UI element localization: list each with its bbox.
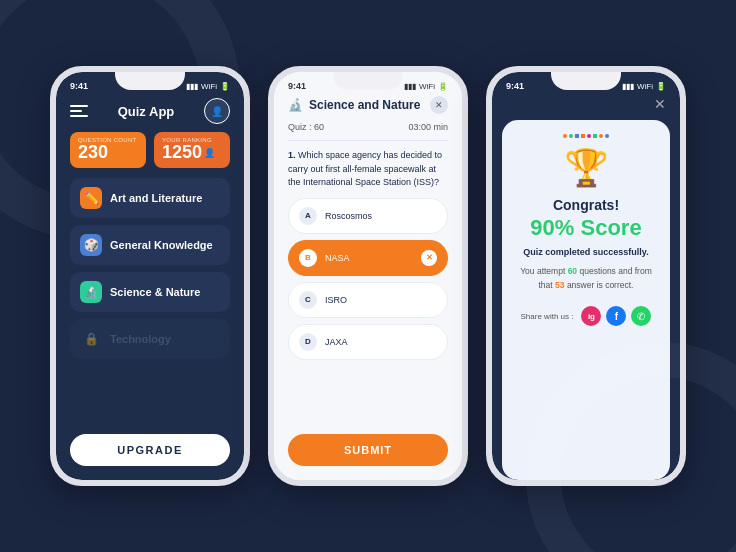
- category-art[interactable]: ✏️ Art and Literature: [70, 178, 230, 218]
- option-c[interactable]: C ISRO: [288, 282, 448, 318]
- avatar[interactable]: 👤: [204, 98, 230, 124]
- share-row: Share with us : ig f ✆: [521, 306, 652, 326]
- option-d-label: JAXA: [325, 337, 437, 347]
- facebook-share-button[interactable]: f: [606, 306, 626, 326]
- battery-icon-2: 🔋: [438, 82, 448, 91]
- option-d-badge: D: [299, 333, 317, 351]
- whatsapp-share-button[interactable]: ✆: [631, 306, 651, 326]
- result-questions: 60: [568, 266, 577, 276]
- gk-icon: 🎲: [80, 234, 102, 256]
- battery-icon-3: 🔋: [656, 82, 666, 91]
- quiz-divider: [288, 140, 448, 141]
- question-count-label: Question Count: [78, 137, 138, 143]
- option-b-badge: B: [299, 249, 317, 267]
- status-icons-1: ▮▮▮ WiFi 🔋: [186, 82, 230, 91]
- battery-icon: 🔋: [220, 82, 230, 91]
- quiz-complete-label: Quiz completed successfully.: [523, 247, 648, 257]
- ranking-label: Your Ranking: [162, 137, 222, 143]
- quiz-meta: Quiz : 60 03:00 min: [274, 122, 462, 140]
- share-icons: ig f ✆: [581, 306, 651, 326]
- category-list: ✏️ Art and Literature 🎲 General Knowledg…: [56, 178, 244, 424]
- score-label: 90% Score: [530, 215, 641, 241]
- wifi-icon-3: WiFi: [637, 82, 653, 91]
- question-count-card: Question Count 230: [70, 132, 146, 168]
- status-time-3: 9:41: [506, 81, 524, 91]
- sci-label: Science & Nature: [110, 286, 200, 298]
- tech-icon: 🔒: [80, 328, 102, 350]
- sci-icon: 🔬: [80, 281, 102, 303]
- option-b[interactable]: B NASA ✕: [288, 240, 448, 276]
- wifi-icon: WiFi: [201, 82, 217, 91]
- art-icon: ✏️: [80, 187, 102, 209]
- upgrade-button[interactable]: UPGRADE: [70, 434, 230, 466]
- result-answers: 53: [555, 280, 564, 290]
- category-science[interactable]: 🔬 Science & Nature: [70, 272, 230, 312]
- option-a-label: Roscosmos: [325, 211, 437, 221]
- option-wrong-icon: ✕: [421, 250, 437, 266]
- trophy-area: 🏆: [551, 134, 621, 189]
- art-label: Art and Literature: [110, 192, 202, 204]
- option-b-label: NASA: [325, 253, 413, 263]
- notch-3: [551, 72, 621, 90]
- phone1-header: Quiz App 👤: [56, 94, 244, 132]
- ranking-person-icon: 👤: [204, 148, 215, 158]
- status-icons-3: ▮▮▮ WiFi 🔋: [622, 82, 666, 91]
- option-c-badge: C: [299, 291, 317, 309]
- result-suffix: answer is correct.: [565, 280, 634, 290]
- signal-icon-2: ▮▮▮: [404, 82, 416, 91]
- question-count-value: 230: [78, 143, 138, 163]
- phone-1: 9:41 ▮▮▮ WiFi 🔋 Quiz App 👤 Question Coun…: [50, 66, 250, 486]
- instagram-share-button[interactable]: ig: [581, 306, 601, 326]
- result-card: 🏆 Congrats! 90% Score Quiz completed suc…: [502, 120, 670, 480]
- share-label: Share with us :: [521, 312, 574, 321]
- submit-button[interactable]: SUBMIT: [288, 434, 448, 466]
- app-title: Quiz App: [118, 104, 175, 119]
- option-c-label: ISRO: [325, 295, 437, 305]
- result-close-button[interactable]: ✕: [654, 96, 666, 112]
- wifi-icon-2: WiFi: [419, 82, 435, 91]
- question-number: 1.: [288, 150, 296, 160]
- trophy-icon: 🏆: [564, 147, 609, 189]
- option-d[interactable]: D JAXA: [288, 324, 448, 360]
- category-gk[interactable]: 🎲 General Knowledge: [70, 225, 230, 265]
- option-a-badge: A: [299, 207, 317, 225]
- question-text: 1. Which space agency has decided to car…: [274, 149, 462, 198]
- phone3-header: ✕: [492, 94, 680, 120]
- result-prefix: You attempt: [520, 266, 567, 276]
- phone2-header: 🔬 Science and Nature ✕: [274, 94, 462, 122]
- close-quiz-button[interactable]: ✕: [430, 96, 448, 114]
- phone2-title-row: 🔬 Science and Nature: [288, 98, 420, 112]
- phone-2: 9:41 ▮▮▮ WiFi 🔋 🔬 Science and Nature ✕ Q…: [268, 66, 468, 486]
- notch-2: [333, 72, 403, 90]
- hamburger-menu-icon[interactable]: [70, 105, 88, 117]
- result-detail: You attempt 60 questions and from that 5…: [516, 265, 656, 292]
- status-icons-2: ▮▮▮ WiFi 🔋: [404, 82, 448, 91]
- confetti-decoration: [551, 134, 621, 138]
- quiz-timer: 03:00 min: [408, 122, 448, 132]
- status-time-2: 9:41: [288, 81, 306, 91]
- status-time-1: 9:41: [70, 81, 88, 91]
- question-body: Which space agency has decided to carry …: [288, 150, 442, 187]
- signal-icon: ▮▮▮: [186, 82, 198, 91]
- congrats-label: Congrats!: [553, 197, 619, 213]
- notch-1: [115, 72, 185, 90]
- ranking-card: Your Ranking 1250 👤: [154, 132, 230, 168]
- gk-label: General Knowledge: [110, 239, 213, 251]
- options-list: A Roscosmos B NASA ✕ C ISRO D JAXA: [274, 198, 462, 425]
- quiz-count: Quiz : 60: [288, 122, 324, 132]
- science-category-icon: 🔬: [288, 98, 303, 112]
- category-tech: 🔒 Technology: [70, 319, 230, 359]
- tech-label: Technology: [110, 333, 171, 345]
- ranking-value: 1250: [162, 143, 202, 163]
- option-a[interactable]: A Roscosmos: [288, 198, 448, 234]
- stats-row: Question Count 230 Your Ranking 1250 👤: [56, 132, 244, 178]
- signal-icon-3: ▮▮▮: [622, 82, 634, 91]
- quiz-category-title: Science and Nature: [309, 98, 420, 112]
- phone-3: 9:41 ▮▮▮ WiFi 🔋 ✕: [486, 66, 686, 486]
